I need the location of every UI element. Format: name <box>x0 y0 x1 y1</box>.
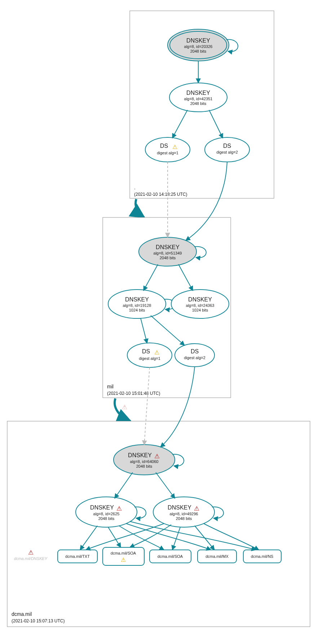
svg-text:alg=8, id=42351: alg=8, id=42351 <box>184 97 213 101</box>
edge-delegation-root-mil <box>136 199 144 217</box>
zone-root: . (2021-02-10 14:18:25 UTC) DNSKEY alg=8… <box>130 11 274 198</box>
error-icon: ⚠ <box>154 453 160 460</box>
node-mil-zsk2[interactable]: DNSKEY alg=8, id=24363 1024 bits <box>171 290 229 318</box>
error-icon: ⚠ <box>28 549 34 556</box>
svg-point-10 <box>145 137 190 162</box>
node-dcma-zsk2[interactable]: DNSKEY ⚠ alg=8, id=49296 2048 bits <box>153 497 214 527</box>
node-mil-ds1[interactable]: DS ⚠ digest alg=1 <box>127 343 172 367</box>
svg-text:2048 bits: 2048 bits <box>190 101 207 106</box>
svg-text:dcma.mil/SOA: dcma.mil/SOA <box>158 554 183 559</box>
error-icon: ⚠ <box>116 505 122 512</box>
svg-text:digest alg=1: digest alg=1 <box>157 151 178 155</box>
warning-icon: ⚠ <box>121 557 126 563</box>
svg-text:digest alg=2: digest alg=2 <box>184 356 205 360</box>
svg-text:alg=8, id=20326: alg=8, id=20326 <box>184 44 213 49</box>
node-root-ksk[interactable]: DNSKEY alg=8, id=20326 2048 bits <box>168 29 229 61</box>
svg-text:2048 bits: 2048 bits <box>98 516 115 521</box>
svg-text:dcma.mil/TXT: dcma.mil/TXT <box>65 554 90 559</box>
svg-text:1024 bits: 1024 bits <box>129 308 145 312</box>
svg-text:DS: DS <box>142 348 150 354</box>
svg-text:DNSKEY: DNSKEY <box>186 90 210 96</box>
node-mil-zsk1[interactable]: DNSKEY alg=8, id=19128 1024 bits <box>108 290 166 318</box>
svg-text:DNSKEY: DNSKEY <box>168 504 191 511</box>
rr-soa[interactable]: dcma.mil/SOA <box>150 550 191 563</box>
svg-text:DNSKEY: DNSKEY <box>186 38 210 44</box>
svg-text:alg=8, id=19128: alg=8, id=19128 <box>123 303 151 308</box>
warning-icon: ⚠ <box>172 144 177 150</box>
svg-text:alg=8, id=49296: alg=8, id=49296 <box>170 512 198 516</box>
node-dcma-ksk[interactable]: DNSKEY ⚠ alg=8, id=64060 2048 bits <box>114 445 175 475</box>
zone-root-timestamp: (2021-02-10 14:18:25 UTC) <box>134 192 187 197</box>
svg-text:digest alg=2: digest alg=2 <box>216 150 238 154</box>
svg-text:2048 bits: 2048 bits <box>176 516 192 521</box>
svg-text:dcma.mil/SOA: dcma.mil/SOA <box>111 551 136 555</box>
error-icon: ⚠ <box>194 505 199 512</box>
svg-text:alg=8, id=2625: alg=8, id=2625 <box>93 512 120 516</box>
rr-soa-warn[interactable]: dcma.mil/SOA ⚠ <box>103 547 144 565</box>
svg-text:alg=8, id=64060: alg=8, id=64060 <box>130 459 159 464</box>
svg-text:DNSKEY: DNSKEY <box>188 296 212 303</box>
error-icon: ⚠ <box>122 404 127 411</box>
svg-point-13 <box>205 137 249 162</box>
svg-text:2048 bits: 2048 bits <box>136 464 152 468</box>
node-root-ds2[interactable]: DS digest alg=2 <box>205 137 249 162</box>
zone-root-label: . <box>134 185 136 190</box>
svg-text:dcma.mil/MX: dcma.mil/MX <box>205 554 229 559</box>
svg-text:DNSKEY: DNSKEY <box>90 504 114 511</box>
zone-mil-timestamp: (2021-02-10 15:01:48 UTC) <box>107 391 160 396</box>
node-dcma-zsk1[interactable]: DNSKEY ⚠ alg=8, id=2625 2048 bits <box>76 497 137 527</box>
svg-text:DS: DS <box>223 143 231 149</box>
svg-text:DS: DS <box>160 143 168 149</box>
svg-text:DS: DS <box>191 348 199 354</box>
node-root-zsk[interactable]: DNSKEY alg=8, id=42351 2048 bits <box>169 83 227 112</box>
zone-dcma-label: dcma.mil <box>12 611 32 617</box>
svg-text:DNSKEY: DNSKEY <box>125 296 149 303</box>
svg-point-29 <box>127 343 172 367</box>
node-mil-ksk[interactable]: DNSKEY alg=8, id=51349 2048 bits <box>139 237 196 266</box>
zone-mil-label: mil <box>107 384 114 389</box>
svg-text:alg=8, id=24363: alg=8, id=24363 <box>186 303 214 308</box>
rr-mx[interactable]: dcma.mil/MX <box>198 550 236 563</box>
svg-text:1024 bits: 1024 bits <box>192 308 208 312</box>
node-root-ds1[interactable]: DS ⚠ digest alg=1 <box>145 137 190 162</box>
svg-point-32 <box>175 344 214 367</box>
svg-text:digest alg=1: digest alg=1 <box>139 356 160 361</box>
rr-txt[interactable]: dcma.mil/TXT <box>58 550 97 563</box>
svg-text:dcma.mil/NS: dcma.mil/NS <box>251 554 273 559</box>
svg-text:dcma.mil/DNSKEY: dcma.mil/DNSKEY <box>14 556 48 561</box>
svg-text:DNSKEY: DNSKEY <box>156 244 180 250</box>
rr-ns[interactable]: dcma.mil/NS <box>243 550 281 563</box>
svg-text:alg=8, id=51349: alg=8, id=51349 <box>154 251 182 255</box>
node-mil-ds2[interactable]: DS digest alg=2 <box>175 344 214 367</box>
warning-icon: ⚠ <box>154 349 159 356</box>
zone-dcma-timestamp: (2021-02-10 15:07:13 UTC) <box>12 618 65 623</box>
svg-text:2048 bits: 2048 bits <box>160 256 176 260</box>
svg-text:DNSKEY: DNSKEY <box>128 452 152 458</box>
zone-dcma: dcma.mil (2021-02-10 15:07:13 UTC) DNSKE… <box>7 367 310 627</box>
svg-text:2048 bits: 2048 bits <box>190 49 207 53</box>
